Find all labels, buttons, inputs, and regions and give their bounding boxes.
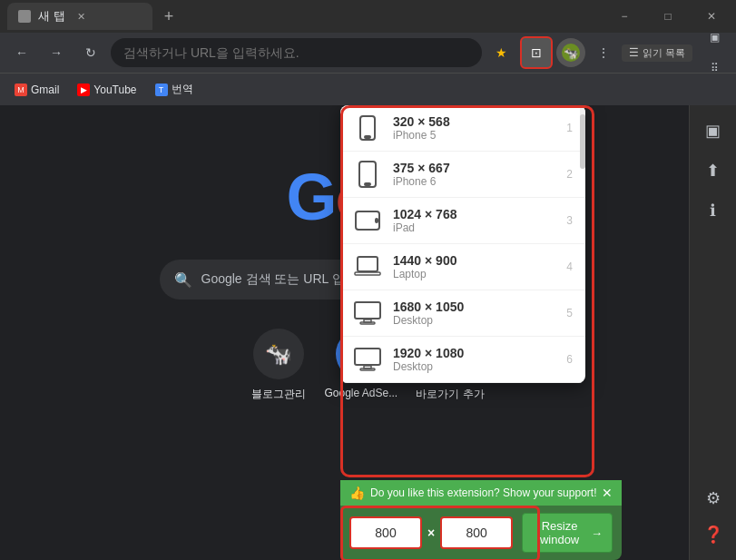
shortcut-add-label: 바로가기 추가 xyxy=(416,387,484,402)
ipad-num: 3 xyxy=(560,214,573,227)
search-placeholder: Google 검색 또는 URL 입력 xyxy=(201,271,358,288)
address-input[interactable] xyxy=(111,38,482,67)
maximize-button[interactable]: □ xyxy=(647,0,689,33)
tablet-icon xyxy=(353,211,382,231)
sidebar-bottom: ⚙ ❓ xyxy=(695,480,731,553)
svg-rect-11 xyxy=(376,219,378,222)
sidebar-icon-settings[interactable]: ⚙ xyxy=(695,480,731,516)
reading-list-button[interactable]: ☰ 읽기 목록 xyxy=(622,44,692,62)
bookmark-youtube[interactable]: ▶ YouTube xyxy=(70,80,143,100)
dropdown-item-iphone6[interactable]: 375 × 667 iPhone 6 2 xyxy=(340,152,585,198)
ipad-name: iPad xyxy=(393,221,560,234)
apps-button[interactable]: ⠿ xyxy=(700,54,729,83)
resize-window-button[interactable]: Resize window → xyxy=(522,513,613,553)
sidebar-icon-help[interactable]: ❓ xyxy=(695,516,731,553)
desktop2-name: Desktop xyxy=(393,360,560,373)
svg-rect-13 xyxy=(355,272,380,275)
bookmark-star-icon[interactable]: ★ xyxy=(487,38,516,67)
gmail-favicon: M xyxy=(15,84,27,96)
device-dropdown-panel: 320 × 568 iPhone 5 1 375 × 667 iPhone 6 … xyxy=(340,105,585,383)
new-tab-button[interactable]: + xyxy=(156,4,182,29)
tab-close-button[interactable]: ✕ xyxy=(74,9,89,24)
bottom-panel: 👍 Do you like this extension? Show your … xyxy=(340,480,622,560)
resize-label: Resize window xyxy=(532,519,587,546)
forward-button[interactable]: → xyxy=(42,38,71,67)
phone-md-icon xyxy=(353,161,382,188)
shortcut-ads-label: Google AdSe... xyxy=(324,387,397,399)
address-bar: ← → ↻ ★ ⊡ 🐄 ⋮ ☰ 읽기 목록 ▣ ⠿ xyxy=(0,33,736,73)
refresh-button[interactable]: ↻ xyxy=(76,38,105,67)
sidebar-icon-upload[interactable]: ⬆ xyxy=(695,152,731,189)
panel-header-text: Do you like this extension? Show your su… xyxy=(370,486,602,499)
dropdown-item-laptop[interactable]: 1440 × 900 Laptop 4 xyxy=(340,244,585,290)
scroll-indicator xyxy=(580,105,585,151)
active-tab[interactable]: 새 탭 ✕ xyxy=(7,3,152,30)
gmail-label: Gmail xyxy=(31,84,59,96)
close-button[interactable]: ✕ xyxy=(691,0,732,33)
svg-rect-7 xyxy=(365,136,370,138)
svg-rect-14 xyxy=(355,302,380,319)
minimize-button[interactable]: − xyxy=(604,0,645,33)
sidebar-icon-grid[interactable]: ▣ xyxy=(695,113,731,149)
translate-favicon: T xyxy=(155,84,168,96)
desktop2-res: 1920 × 1080 xyxy=(393,346,560,360)
iphone6-info: 375 × 667 iPhone 6 xyxy=(393,161,560,188)
panel-close-button[interactable]: ✕ xyxy=(602,486,613,500)
back-button[interactable]: ← xyxy=(7,38,36,67)
monitor1-icon xyxy=(353,301,382,325)
ipad-res: 1024 × 768 xyxy=(393,207,560,221)
svg-rect-17 xyxy=(355,349,380,365)
iphone5-res: 320 × 568 xyxy=(393,114,560,129)
extension-button[interactable]: ⊡ xyxy=(520,36,553,69)
tab-label: 새 탭 xyxy=(38,8,65,25)
panel-header: 👍 Do you like this extension? Show your … xyxy=(340,480,622,506)
title-bar: 새 탭 ✕ + − □ ✕ xyxy=(0,0,736,33)
iphone5-num: 1 xyxy=(560,122,573,134)
height-input[interactable] xyxy=(440,516,513,549)
svg-rect-9 xyxy=(365,183,370,185)
bookmark-translate[interactable]: T 번역 xyxy=(148,78,201,101)
tab-favicon xyxy=(18,10,31,23)
shortcut-blog[interactable]: 🐄 블로그관리 xyxy=(251,329,306,402)
laptop-res: 1440 × 900 xyxy=(393,253,560,268)
laptop-info: 1440 × 900 Laptop xyxy=(393,253,560,280)
menu-button[interactable]: ⋮ xyxy=(589,38,618,67)
width-input[interactable] xyxy=(349,516,422,549)
desktop2-info: 1920 × 1080 Desktop xyxy=(393,346,560,373)
youtube-label: YouTube xyxy=(93,84,136,96)
laptop-icon xyxy=(353,256,382,278)
search-icon: 🔍 xyxy=(174,271,192,289)
dropdown-item-ipad[interactable]: 1024 × 768 iPad 3 xyxy=(340,198,585,244)
phone-sm-icon xyxy=(353,115,382,141)
window-controls: − □ ✕ xyxy=(604,0,736,33)
main-content: Goog 🔍 Google 검색 또는 URL 입력 🐄 블로그관리 Googl… xyxy=(0,105,736,560)
shortcut-blog-label: 블로그관리 xyxy=(251,387,306,402)
monitor2-icon xyxy=(353,348,382,371)
desktop1-info: 1680 × 1050 Desktop xyxy=(393,300,560,327)
translate-label: 번역 xyxy=(172,82,193,97)
reading-list-icon: ☰ xyxy=(629,46,639,59)
desktop1-name: Desktop xyxy=(393,314,560,327)
laptop-name: Laptop xyxy=(393,268,560,280)
iphone6-res: 375 × 667 xyxy=(393,161,560,175)
dropdown-item-iphone5[interactable]: 320 × 568 iPhone 5 1 xyxy=(340,105,585,152)
extension-icon: ⊡ xyxy=(531,45,542,60)
reading-list-label: 읽기 목록 xyxy=(643,46,685,60)
desktop2-num: 6 xyxy=(560,353,573,366)
resize-arrow-icon: → xyxy=(591,526,603,540)
dropdown-item-desktop2[interactable]: 1920 × 1080 Desktop 6 xyxy=(340,337,585,383)
tab-area: 새 탭 ✕ + xyxy=(0,0,604,33)
sidebar-icon-info[interactable]: ℹ xyxy=(695,192,731,229)
svg-rect-19 xyxy=(360,368,375,370)
iphone5-name: iPhone 5 xyxy=(393,129,560,142)
dropdown-item-desktop1[interactable]: 1680 × 1050 Desktop 5 xyxy=(340,290,585,337)
iphone6-num: 2 xyxy=(560,168,573,181)
user-avatar-button[interactable]: 🐄 xyxy=(556,38,585,67)
bookmark-gmail[interactable]: M Gmail xyxy=(7,80,66,100)
iphone5-info: 320 × 568 iPhone 5 xyxy=(393,114,560,142)
shortcut-blog-icon: 🐄 xyxy=(253,329,304,379)
iphone6-name: iPhone 6 xyxy=(393,175,560,188)
ipad-info: 1024 × 768 iPad xyxy=(393,207,560,234)
svg-rect-12 xyxy=(358,257,378,271)
panel-body: × Resize window → xyxy=(340,506,622,560)
